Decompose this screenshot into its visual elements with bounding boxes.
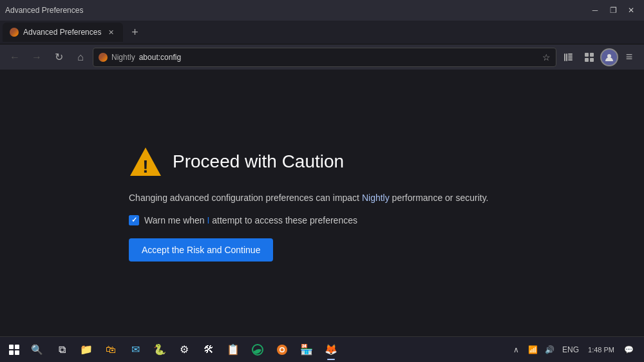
active-tab[interactable]: Advanced Preferences ✕ <box>3 23 123 42</box>
tray-network-icon[interactable]: 📶 <box>525 342 540 357</box>
profile-icon <box>605 53 614 62</box>
svg-rect-1 <box>566 53 567 61</box>
nightly-highlight: Nightly <box>362 193 390 203</box>
taskbar-app-files[interactable]: 📁 <box>75 338 98 361</box>
taskbar-app-task-view[interactable]: ⧉ <box>50 338 73 361</box>
bookmark-star-icon[interactable]: ☆ <box>542 52 551 62</box>
close-button[interactable]: ✕ <box>623 4 639 17</box>
back-button[interactable]: ← <box>5 48 24 67</box>
home-button[interactable]: ⌂ <box>71 48 90 67</box>
svg-rect-3 <box>568 55 573 57</box>
taskbar-app-mail[interactable]: ✉ <box>124 338 147 361</box>
language-indicator: ENG <box>562 345 579 354</box>
address-favicon <box>99 53 108 62</box>
window-title: Advanced Preferences <box>5 6 582 15</box>
taskbar-right: ∧ 📶 🔊 ENG 1:48 PM 💬 <box>508 342 641 357</box>
taskbar-app-store2[interactable]: 🏪 <box>295 338 318 361</box>
caution-header: ! Proceed with Caution <box>129 145 344 178</box>
taskbar-app-store[interactable]: 🛍 <box>99 338 122 361</box>
taskbar-apps: ⧉ 📁 🛍 ✉ 🐍 ⚙ 🛠 📋 🏪 🦊 <box>48 338 508 361</box>
checkbox-row: ✓ Warn me when I attempt to access these… <box>129 215 357 225</box>
nav-bar: ← → ↻ ⌂ Nightly about:config ☆ <box>0 44 644 70</box>
tray-chevron-icon[interactable]: ∧ <box>508 342 524 357</box>
taskbar-time-display: 1:48 PM <box>588 346 614 354</box>
title-bar: Advanced Preferences ─ ❐ ✕ <box>0 0 644 21</box>
minimize-button[interactable]: ─ <box>587 4 603 17</box>
svg-rect-6 <box>585 53 589 57</box>
system-tray: ∧ 📶 🔊 <box>508 342 557 357</box>
svg-point-16 <box>281 348 284 351</box>
library-button[interactable] <box>559 48 578 67</box>
new-tab-button[interactable]: + <box>126 23 144 41</box>
tab-favicon <box>9 27 19 37</box>
tab-close-button[interactable]: ✕ <box>105 26 117 38</box>
tray-volume-icon[interactable]: 🔊 <box>542 342 557 357</box>
address-bar[interactable]: Nightly about:config ☆ <box>93 48 556 67</box>
warn-checkbox[interactable]: ✓ <box>129 215 139 225</box>
library-icon <box>564 52 574 62</box>
main-content: ! Proceed with Caution Changing advanced… <box>0 70 644 336</box>
accept-risk-button[interactable]: Accept the Risk and Continue <box>129 238 273 262</box>
taskbar-app-clipboard[interactable]: 📋 <box>222 338 245 361</box>
svg-rect-5 <box>568 59 573 61</box>
nav-right-controls: ≡ <box>559 48 639 67</box>
checkbox-label: Warn me when I attempt to access these p… <box>144 215 357 225</box>
taskbar-app-firefox[interactable]: 🦊 <box>319 338 343 361</box>
notification-icon[interactable]: 💬 <box>621 342 636 357</box>
tab-bar: Advanced Preferences ✕ + <box>0 21 644 44</box>
svg-text:!: ! <box>142 157 148 176</box>
profile-button[interactable] <box>600 48 618 66</box>
taskbar-app-edge[interactable] <box>246 338 269 361</box>
svg-rect-4 <box>568 57 573 59</box>
chrome-icon <box>276 344 288 356</box>
maximize-button[interactable]: ❐ <box>605 4 621 17</box>
checkbox-check-icon: ✓ <box>131 216 137 224</box>
address-url: about:config <box>139 53 538 62</box>
svg-rect-2 <box>568 53 573 55</box>
edge-icon <box>252 344 263 356</box>
menu-button[interactable]: ≡ <box>620 48 639 67</box>
warning-icon: ! <box>129 145 162 178</box>
taskbar-app-unknown1[interactable]: 🐍 <box>148 338 171 361</box>
taskbar-app-tools[interactable]: 🛠 <box>197 338 220 361</box>
svg-rect-0 <box>564 53 565 61</box>
tab-manager-button[interactable] <box>580 48 599 67</box>
svg-rect-9 <box>590 58 594 62</box>
start-button[interactable] <box>3 338 26 361</box>
cursor-indicator: I <box>207 215 210 225</box>
taskbar-app-chrome[interactable] <box>270 338 294 361</box>
tab-title: Advanced Preferences <box>23 28 101 37</box>
taskbar-search-button[interactable]: 🔍 <box>26 339 48 361</box>
tab-manager-icon <box>584 52 594 62</box>
svg-rect-8 <box>585 58 589 62</box>
taskbar-app-settings[interactable]: ⚙ <box>173 338 196 361</box>
page-title: Proceed with Caution <box>173 151 344 172</box>
forward-button[interactable]: → <box>27 48 46 67</box>
address-nightly-label: Nightly <box>111 53 135 62</box>
windows-logo-icon <box>9 345 19 355</box>
reload-button[interactable]: ↻ <box>49 48 68 67</box>
taskbar: 🔍 ⧉ 📁 🛍 ✉ 🐍 ⚙ 🛠 📋 🏪 🦊 ∧ 📶 <box>0 336 644 362</box>
caution-description: Changing advanced configuration preferen… <box>129 191 489 205</box>
caution-card: ! Proceed with Caution Changing advanced… <box>129 145 515 262</box>
svg-rect-7 <box>590 53 594 57</box>
taskbar-clock[interactable]: 1:48 PM <box>584 346 618 354</box>
window-controls: ─ ❐ ✕ <box>587 4 639 17</box>
